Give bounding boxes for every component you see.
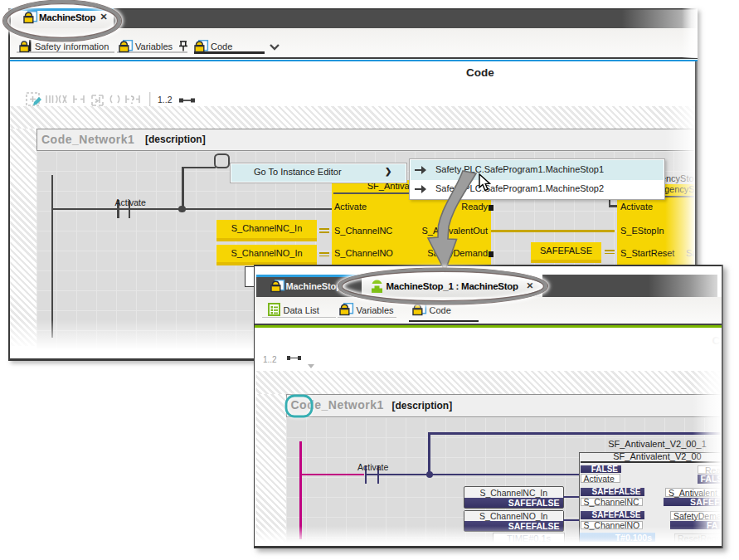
svg-text:1..2: 1..2 — [158, 95, 173, 105]
